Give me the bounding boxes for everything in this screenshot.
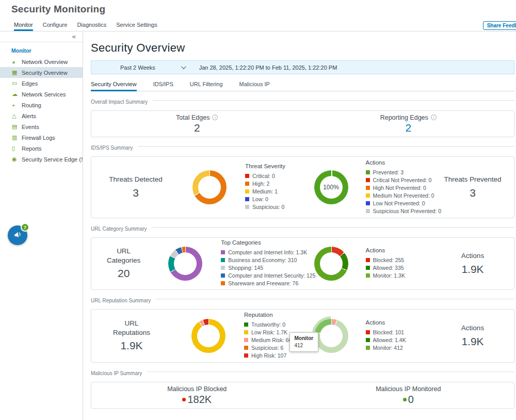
sidebar-item-events[interactable]: ▤Events — [0, 121, 83, 132]
legend-text: Critical Not Prevented: 0 — [373, 177, 432, 183]
legend-color-chip — [244, 346, 248, 350]
top-categories-donut[interactable] — [168, 247, 202, 281]
legend-text: Blocked: 255 — [373, 257, 405, 263]
actions-total-value: 1.9K — [444, 334, 502, 348]
legend-item[interactable]: Trustworthy: 0 — [244, 321, 292, 328]
content-title: Security Overview — [91, 41, 514, 55]
legend-item[interactable]: Medium Risk: 66 — [244, 337, 292, 343]
legend-item[interactable]: Medium Not Prevented: 0 — [366, 192, 442, 199]
legend-item[interactable]: Allowed: 1.4K — [366, 337, 406, 343]
reputation-actions-donut[interactable] — [314, 319, 348, 353]
legend-text: Shareware and Freeware: 76 — [228, 280, 298, 286]
legend-item[interactable]: Computer and Internet Security: 125 — [221, 272, 315, 279]
sidebar-item-network-overview[interactable]: ◕Network Overview — [0, 56, 83, 67]
tab-diagnostics[interactable]: Diagnostics — [77, 22, 106, 31]
threats-prevented-donut[interactable]: 100% — [314, 170, 348, 204]
sidebar-item-edges[interactable]: ▭Edges — [0, 78, 83, 89]
legend-item[interactable]: Business and Economy: 310 — [221, 257, 315, 263]
sidebar-item-label: Network Services — [22, 91, 66, 98]
legend-item[interactable]: Allowed: 335 — [366, 265, 405, 271]
legend-item[interactable]: Prevented: 3 — [366, 169, 442, 175]
legend-item[interactable]: Shopping: 145 — [221, 265, 315, 271]
legend-item[interactable]: Blocked: 255 — [366, 257, 405, 263]
sidebar-item-security-service-edge-s[interactable]: ◉Security Service Edge (S... — [0, 154, 83, 165]
threats-prevented-stat: Threats Prevented 3 — [444, 175, 502, 200]
sidebar-item-label: Events — [22, 124, 39, 130]
legend-item[interactable]: Suspicious: 6 — [244, 345, 292, 351]
section-rule — [153, 100, 514, 101]
legend-text: Prevented: 3 — [373, 169, 404, 175]
legend-item[interactable]: Suspicious: 0 — [245, 204, 285, 210]
alerts-icon: △ — [12, 112, 22, 119]
legend-color-chip — [366, 209, 370, 213]
date-preset-dropdown[interactable]: Past 2 Weeks — [120, 64, 155, 71]
legend-item[interactable]: High Risk: 107 — [244, 352, 292, 359]
legend-text: Medium Not Prevented: 0 — [373, 192, 434, 199]
malicious-ip-monitored-cell: Malicious IP Monitored 0 — [303, 382, 514, 408]
legend-item[interactable]: Blocked: 101 — [366, 329, 406, 335]
sidebar-section-label: Monitor — [11, 47, 83, 54]
legend-text: Shopping: 145 — [228, 265, 263, 271]
threat-severity-donut[interactable] — [192, 170, 227, 204]
share-feedback-button[interactable]: Share Feedback — [483, 21, 516, 30]
tab-service-settings[interactable]: Service Settings — [116, 22, 157, 31]
legend-item[interactable]: Low: 0 — [245, 196, 285, 202]
sidebar-collapse-button[interactable]: « — [0, 32, 83, 42]
legend-item[interactable]: Suspicious Not Prevented: 0 — [366, 208, 442, 214]
legend-color-chip — [366, 338, 370, 342]
tab-ids-ips[interactable]: IDS/IPS — [153, 81, 173, 91]
threat-severity-legend: Threat Severity Critical: 0High: 2Medium… — [245, 163, 285, 212]
legend-item[interactable]: High Not Prevented: 0 — [366, 185, 442, 191]
tab-url-filtering[interactable]: URL Filtering — [190, 81, 223, 91]
legend-item[interactable]: Low Not Prevented: 0 — [366, 200, 442, 206]
tab-monitor[interactable]: Monitor — [14, 22, 33, 31]
section-label: IDS/IPS Summary — [91, 145, 133, 151]
tab-security-overview[interactable]: Security Overview — [91, 81, 137, 91]
tab-malicious-ip[interactable]: Malicious IP — [239, 81, 270, 91]
sidebar-item-routing[interactable]: +Routing — [0, 100, 83, 110]
legend-item[interactable]: Monitor: 1.3K — [366, 272, 405, 279]
legend-text: Monitor: 1.3K — [373, 272, 405, 279]
legend-text: Low Not Prevented: 0 — [373, 200, 425, 206]
legend-item[interactable]: Critical Not Prevented: 0 — [366, 177, 442, 183]
legend-item[interactable]: Medium: 1 — [245, 188, 285, 195]
legend-color-chip — [221, 258, 225, 262]
legend-title: Threat Severity — [245, 163, 285, 169]
sidebar-item-label: Routing — [22, 102, 41, 108]
section-header-urlcat: URL Category Summary — [91, 226, 514, 232]
section-header-urlrep: URL Reputation Summary — [91, 298, 514, 303]
legend-text: High: 2 — [252, 181, 269, 187]
edges-icon: ▭ — [12, 80, 22, 87]
sidebar-item-security-overview[interactable]: ▦Security Overview — [0, 67, 83, 78]
donut-hole — [320, 325, 343, 347]
info-icon[interactable]: i — [212, 115, 218, 120]
legend-item[interactable]: Critical: 0 — [245, 173, 285, 179]
legend-text: Medium Risk: 66 — [251, 337, 292, 343]
legend-item[interactable]: Monitor: 412 — [366, 345, 406, 351]
chevron-down-icon[interactable] — [181, 64, 186, 69]
reputation-donut[interactable] — [191, 319, 225, 353]
legend-item[interactable]: Computer and Internet Info: 1.3K — [221, 249, 315, 255]
legend-item[interactable]: Low Risk: 1.7K — [244, 329, 292, 335]
feedback-fab-button[interactable]: 7 — [8, 225, 27, 245]
actions-total-value: 1.9K — [444, 262, 502, 276]
legend-item[interactable]: High: 2 — [245, 181, 285, 187]
legend-color-chip — [221, 250, 225, 254]
url-category-card: URL Categories 20 Top Categories Compute… — [91, 237, 514, 290]
sidebar-item-reports[interactable]: ▯Reports — [0, 143, 83, 154]
url-category-actions-donut[interactable] — [314, 247, 348, 281]
legend-title: Actions — [366, 247, 405, 253]
sidebar-item-network-services[interactable]: ☁Network Services — [0, 89, 83, 100]
legend-color-chip — [366, 266, 370, 270]
reporting-edges-value[interactable]: 2 — [405, 122, 411, 134]
legend-text: Blocked: 101 — [373, 329, 405, 335]
info-icon[interactable]: i — [431, 115, 437, 120]
legend-item[interactable]: Shareware and Freeware: 76 — [221, 280, 315, 286]
malicious-ip-card: Malicious IP Blocked 182K Malicious IP M… — [91, 382, 514, 409]
sidebar-item-alerts[interactable]: △Alerts — [0, 110, 83, 121]
donut-hole — [197, 325, 220, 347]
collapse-icon: « — [72, 33, 76, 40]
tab-configure[interactable]: Configure — [43, 22, 68, 31]
sidebar-item-firewall-logs[interactable]: ▥Firewall Logs — [0, 132, 83, 143]
section-header-overall: Overall Impact Summary — [91, 99, 514, 105]
